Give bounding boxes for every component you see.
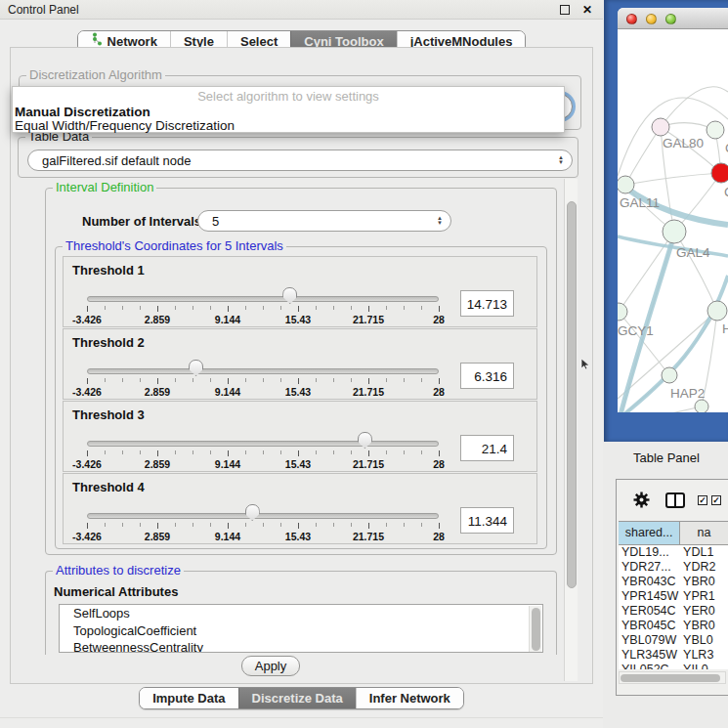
num-intervals-combobox[interactable]: 5 ▲▼ <box>197 210 451 232</box>
slider-tick <box>210 378 211 382</box>
panel-scrollbar-thumb[interactable] <box>567 201 577 588</box>
gear-icon[interactable] <box>633 492 650 508</box>
network-edge[interactable] <box>625 127 661 185</box>
network-node-label: GCY1 <box>618 323 654 338</box>
threshold-value-field[interactable]: 21.4 <box>460 435 514 461</box>
threshold-panel: Threshold 4 -3.4262.8599.14415.4321.7152… <box>63 473 537 544</box>
table-column-header[interactable]: na <box>680 522 728 544</box>
tab-label: Infer Network <box>369 688 450 708</box>
close-traffic-light-icon[interactable] <box>626 14 637 24</box>
slider-tick <box>193 306 193 310</box>
slider-tick <box>140 378 141 382</box>
network-edge[interactable] <box>625 173 721 185</box>
threshold-value-field[interactable]: 14.713 <box>460 290 514 317</box>
table-cell: YLR3 <box>680 648 728 663</box>
apply-button[interactable]: Apply <box>241 656 300 676</box>
threshold-value-field[interactable]: 6.316 <box>460 363 514 389</box>
table-cell: YBR0 <box>680 575 728 589</box>
slider-tick <box>421 306 422 310</box>
table-row[interactable]: YER054CYER0 <box>619 604 728 619</box>
node-table: shared...na YDL19...YDL1YDR27...YDR2YBR0… <box>619 521 728 669</box>
slider-tick <box>157 378 158 384</box>
table-row[interactable]: YIL052CYIL0 <box>619 663 728 669</box>
table-row[interactable]: YDR27...YDR2 <box>619 560 728 575</box>
tab-label: Impute Data <box>152 688 225 708</box>
table-data-combobox[interactable]: galFiltered.sif default node ▲▼ <box>27 150 573 171</box>
table-row[interactable]: YBR045CYBR0 <box>619 619 728 633</box>
network-edge[interactable] <box>674 232 717 311</box>
H-node[interactable] <box>707 301 727 321</box>
slider-tick-label: 9.144 <box>215 386 240 398</box>
attribute-list-item[interactable]: SelfLoops <box>60 605 542 622</box>
table-cell: YDR27... <box>619 560 680 575</box>
network-edge[interactable] <box>661 87 728 127</box>
column-layout-icon[interactable] <box>665 492 685 508</box>
checkbox-icon[interactable]: ✓ <box>698 495 707 505</box>
table-row[interactable]: YPR145WYPR1 <box>619 589 728 604</box>
slider-tick <box>105 523 106 527</box>
table-panel-toolbar: ✓ ✓ <box>617 480 728 519</box>
slider-tick <box>368 523 369 529</box>
threshold-slider-track[interactable] <box>87 368 439 374</box>
network-node-label: GAL4 <box>676 245 710 260</box>
threshold-slider-track[interactable] <box>87 296 439 302</box>
algorithm-option[interactable]: Manual Discretization <box>15 105 150 119</box>
threshold-value-field[interactable]: 11.344 <box>460 507 514 534</box>
GAL11-node[interactable] <box>618 176 634 193</box>
slider-tick <box>228 450 229 456</box>
top-right-node[interactable] <box>707 121 724 139</box>
table-row[interactable]: YBR043CYBR0 <box>619 575 728 589</box>
table-row[interactable]: YDL19...YDL1 <box>619 545 728 560</box>
slider-tick-label: 9.144 <box>215 458 240 470</box>
slider-tick <box>245 450 246 454</box>
algorithm-option[interactable]: Equal Width/Frequency Discretization <box>15 118 235 133</box>
table-hscrollbar[interactable] <box>619 671 726 684</box>
attribute-list-item[interactable]: BetweennessCentrality <box>60 639 542 653</box>
network-edge[interactable] <box>619 312 669 375</box>
slider-tick <box>210 450 211 454</box>
GAL80-node[interactable] <box>652 118 669 136</box>
table-row[interactable]: YLR345WYLR3 <box>619 648 728 663</box>
slider-tick <box>157 306 158 312</box>
HAP2-node[interactable] <box>662 367 677 383</box>
slider-tick <box>193 378 193 382</box>
table-column-header[interactable]: shared... <box>619 522 680 544</box>
numerical-attributes-label: Numerical Attributes <box>54 584 178 599</box>
checkbox-icon[interactable]: ✓ <box>711 495 721 505</box>
combo-stepper-icon: ▲▼ <box>437 211 443 231</box>
slider-tick <box>157 450 158 456</box>
threshold-slider-track[interactable] <box>87 513 439 519</box>
slider-tick <box>245 306 246 310</box>
table-cell: YER054C <box>619 604 680 619</box>
table-cell: YIL052C <box>619 663 680 669</box>
attributes-scrollbar[interactable] <box>529 606 541 653</box>
slider-tick <box>105 306 106 310</box>
attributes-listbox[interactable]: SelfLoopsTopologicalCoefficientBetweenne… <box>59 604 543 653</box>
GAL4-node[interactable] <box>663 220 686 243</box>
slider-tick-label: 2.859 <box>145 314 170 325</box>
table-cell: YPR145W <box>619 589 680 604</box>
bottom-tab-discretize-data[interactable]: Discretize Data <box>238 688 356 708</box>
bottom-tab-infer-network[interactable]: Infer Network <box>356 688 463 708</box>
float-window-icon[interactable] <box>560 5 570 15</box>
zoom-traffic-light-icon[interactable] <box>665 14 676 24</box>
red-node[interactable] <box>711 163 728 183</box>
slider-tick <box>122 378 123 382</box>
GCY1-node[interactable] <box>618 303 627 321</box>
table-row[interactable]: YBL079WYBL0 <box>619 633 728 648</box>
num-intervals-label: Number of Intervals <box>82 214 201 229</box>
minimize-traffic-light-icon[interactable] <box>646 14 657 24</box>
threshold-slider-track[interactable] <box>87 441 439 447</box>
slider-tick <box>228 306 229 312</box>
slider-tick <box>280 450 281 454</box>
attributes-scrollbar-thumb[interactable] <box>532 608 540 651</box>
network-node-label: GAL11 <box>620 195 660 210</box>
small-bottom-node[interactable] <box>695 400 708 412</box>
bottom-tab-impute-data[interactable]: Impute Data <box>140 688 237 708</box>
table-hscrollbar-thumb[interactable] <box>621 674 720 682</box>
network-canvas[interactable]: GAL80GACGAL11GAL4GCY1HHAP2 <box>618 29 728 412</box>
panel-scrollbar[interactable] <box>564 179 578 681</box>
attribute-list-item[interactable]: TopologicalCoefficient <box>60 622 542 640</box>
close-icon[interactable]: ✕ <box>580 1 594 19</box>
slider-tick <box>316 378 317 382</box>
